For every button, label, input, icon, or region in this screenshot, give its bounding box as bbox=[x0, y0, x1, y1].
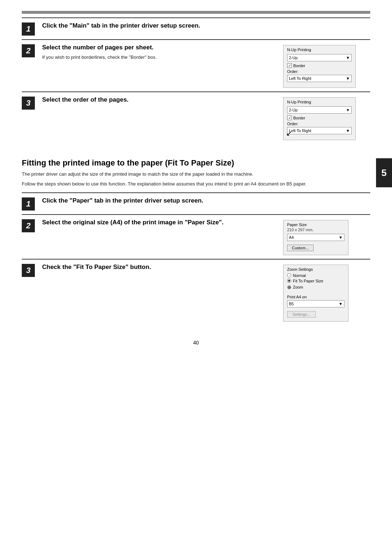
nup-order-label-3: Order: bbox=[287, 122, 352, 126]
paper-size-select[interactable]: A4 ▼ bbox=[287, 234, 344, 241]
step-s2-2-row: Select the original size (A4) of the pri… bbox=[42, 219, 370, 255]
step-2-content: Select the number of pages per sheet. If… bbox=[42, 44, 370, 88]
zoom-panel-title: Zoom Settings bbox=[287, 267, 344, 272]
step-3-row: Select the order of the pages. N-Up Prin… bbox=[42, 96, 370, 140]
step-s2-number-1: 1 bbox=[22, 197, 35, 211]
print-on-select[interactable]: B5 ▼ bbox=[287, 300, 344, 307]
nup-panel-2-title: N-Up Printing bbox=[287, 48, 352, 52]
step-3-content: Select the order of the pages. N-Up Prin… bbox=[42, 96, 370, 140]
radio-fit-label: Fit To Paper Size bbox=[293, 279, 323, 283]
nup-select-2[interactable]: 2-Up ▼ bbox=[287, 54, 352, 61]
step-s2-2-right: Paper Size 210 x 297 mm. A4 ▼ Custom... bbox=[283, 219, 370, 255]
nup-order-select-2[interactable]: Left To Right ▼ bbox=[287, 75, 352, 82]
step-number-2: 2 bbox=[22, 44, 35, 57]
nup-select-3[interactable]: 2-Up ▼ bbox=[287, 106, 352, 114]
border-checkbox-3[interactable]: ✓ bbox=[287, 115, 292, 120]
radio-zoom-label: Zoom bbox=[293, 285, 303, 289]
border-checkbox-2[interactable]: ✓ bbox=[287, 63, 292, 68]
step-2-row: Select the number of pages per sheet. If… bbox=[42, 44, 370, 88]
page-container: 1 Click the "Main" tab in the printer dr… bbox=[0, 0, 392, 555]
nup-checkbox-row-2: ✓ Border bbox=[287, 63, 352, 68]
step-s2-3-row: Check the "Fit To Paper Size" button. Zo… bbox=[42, 263, 370, 322]
step-3-right: N-Up Printing 2-Up ▼ ✓ Border Order: bbox=[283, 96, 370, 140]
top-bar bbox=[22, 11, 370, 14]
step-s2-1-content: Click the "Paper" tab in the printer dri… bbox=[42, 197, 370, 207]
fitting-section-body1: The printer driver can adjust the size o… bbox=[22, 171, 370, 178]
fitting-section-heading: Fitting the printed image to the paper (… bbox=[22, 158, 370, 188]
nup-panel-2: N-Up Printing 2-Up ▼ ✓ Border Order: bbox=[283, 45, 356, 88]
step-s2-1-title: Click the "Paper" tab in the printer dri… bbox=[42, 197, 370, 205]
step-s2-2-section: 2 Select the original size (A4) of the p… bbox=[22, 214, 370, 259]
fitting-section-body2: Follow the steps shown below to use this… bbox=[22, 180, 370, 188]
step-s2-3-section: 3 Check the "Fit To Paper Size" button. … bbox=[22, 259, 370, 325]
cursor-icon: ↙ bbox=[286, 129, 358, 137]
step-3-left: Select the order of the pages. bbox=[42, 96, 283, 106]
step-number-3: 3 bbox=[22, 97, 35, 110]
page-number: 40 bbox=[22, 340, 370, 346]
step-s2-number-2: 2 bbox=[22, 219, 35, 232]
nup-select-3-value: 2-Up bbox=[289, 108, 298, 112]
step-1-section: 1 Click the "Main" tab in the printer dr… bbox=[22, 17, 370, 39]
step-s2-3-content: Check the "Fit To Paper Size" button. Zo… bbox=[42, 263, 370, 322]
step-s2-2-left: Select the original size (A4) of the pri… bbox=[42, 219, 283, 229]
radio-normal-circle[interactable] bbox=[287, 273, 291, 277]
border-label-3: Border bbox=[293, 116, 305, 120]
paper-panel-title: Paper Size bbox=[287, 223, 344, 227]
border-label-2: Border bbox=[293, 64, 305, 68]
step-s2-number-3: 3 bbox=[22, 264, 35, 277]
nup-order-label-2: Order: bbox=[287, 69, 352, 74]
dropdown-arrow-3: ▼ bbox=[346, 108, 350, 112]
step-2-section: 2 Select the number of pages per sheet. … bbox=[22, 39, 370, 91]
dropdown-arrow-2: ▼ bbox=[346, 56, 350, 60]
nup-panel-3-title: N-Up Printing bbox=[287, 100, 352, 104]
step-s2-2-title: Select the original size (A4) of the pri… bbox=[42, 219, 283, 227]
paper-panel: Paper Size 210 x 297 mm. A4 ▼ Custom... bbox=[283, 220, 348, 255]
radio-fit: Fit To Paper Size bbox=[287, 279, 344, 283]
side-tab-5: 5 bbox=[376, 158, 392, 187]
nup-order-value-2: Left To Right bbox=[289, 76, 311, 81]
step-s2-3-left: Check the "Fit To Paper Size" button. bbox=[42, 263, 283, 273]
step-s2-3-right: Zoom Settings Normal Fit To Paper Size ⊕… bbox=[283, 263, 370, 322]
nup-panel-3: N-Up Printing 2-Up ▼ ✓ Border Order: bbox=[283, 97, 356, 140]
radio-normal-label: Normal bbox=[293, 273, 306, 278]
paper-size-value: A4 bbox=[289, 235, 294, 240]
print-dropdown-arrow: ▼ bbox=[339, 302, 343, 306]
step-2-right: N-Up Printing 2-Up ▼ ✓ Border Order: bbox=[283, 44, 370, 88]
paper-dropdown-arrow: ▼ bbox=[339, 235, 343, 240]
step-s2-2-content: Select the original size (A4) of the pri… bbox=[42, 219, 370, 255]
order-dropdown-arrow-2: ▼ bbox=[346, 76, 350, 81]
print-a4-label: Print A4 on bbox=[287, 295, 344, 299]
zoom-panel: Zoom Settings Normal Fit To Paper Size ⊕… bbox=[283, 265, 348, 322]
paper-panel-subtitle: 210 x 297 mm. bbox=[287, 228, 344, 232]
print-on-value: B5 bbox=[289, 302, 294, 306]
step-2-left: Select the number of pages per sheet. If… bbox=[42, 44, 283, 61]
radio-zoom: ⊕ Zoom bbox=[287, 284, 344, 290]
zoom-icon: ⊕ bbox=[287, 284, 291, 290]
nup-select-2-value: 2-Up bbox=[289, 56, 298, 60]
step-s2-1-section: 1 Click the "Paper" tab in the printer d… bbox=[22, 192, 370, 214]
nup-checkbox-row-3: ✓ Border bbox=[287, 115, 352, 120]
step-3-title: Select the order of the pages. bbox=[42, 96, 283, 104]
step-2-title: Select the number of pages per sheet. bbox=[42, 44, 283, 52]
custom-button[interactable]: Custom... bbox=[287, 245, 314, 251]
step-1-content: Click the "Main" tab in the printer driv… bbox=[42, 22, 370, 32]
radio-fit-circle[interactable] bbox=[287, 279, 291, 283]
nup-order-select-3[interactable]: Left To Right ▼ ↙ bbox=[287, 127, 352, 134]
settings-button[interactable]: Settings... bbox=[287, 311, 316, 318]
step-s2-3-title: Check the "Fit To Paper Size" button. bbox=[42, 263, 283, 271]
step-number-1: 1 bbox=[22, 23, 35, 36]
step-3-section: 3 Select the order of the pages. N-Up Pr… bbox=[22, 91, 370, 144]
radio-normal: Normal bbox=[287, 273, 344, 278]
fitting-section-title: Fitting the printed image to the paper (… bbox=[22, 158, 370, 168]
step-1-title: Click the "Main" tab in the printer driv… bbox=[42, 22, 370, 30]
step-2-body: If you wish to print borderlines, check … bbox=[42, 54, 283, 61]
